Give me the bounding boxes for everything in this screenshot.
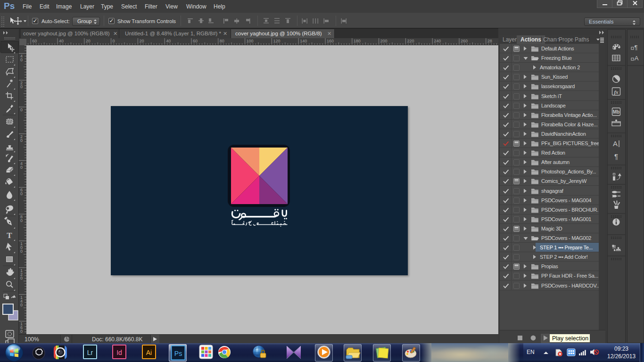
- svg-text:0: 0: [20, 191, 23, 196]
- svg-text:A: A: [635, 55, 639, 62]
- svg-text:0: 0: [20, 107, 23, 112]
- svg-text:T: T: [7, 231, 12, 240]
- svg-text:0: 0: [20, 276, 23, 280]
- svg-text:¶: ¶: [614, 152, 618, 160]
- svg-text:60: 60: [32, 39, 37, 43]
- svg-text:0: 0: [20, 249, 23, 254]
- svg-text:¶: ¶: [635, 44, 638, 51]
- svg-text:100: 100: [247, 39, 254, 43]
- svg-text:20: 20: [139, 39, 144, 43]
- svg-text:20: 20: [86, 39, 91, 43]
- svg-text:0: 0: [20, 84, 23, 89]
- svg-text:Id: Id: [116, 349, 122, 356]
- svg-text:140: 140: [300, 39, 307, 43]
- svg-text:Lr: Lr: [87, 349, 93, 356]
- svg-text:260: 260: [461, 39, 468, 43]
- svg-text:0: 0: [113, 39, 115, 43]
- svg-text:200: 200: [380, 39, 388, 43]
- svg-text:0: 0: [20, 329, 23, 334]
- svg-text:Ai: Ai: [146, 349, 152, 356]
- svg-text:fx: fx: [614, 89, 619, 95]
- svg-text:40: 40: [166, 39, 171, 43]
- svg-text:120: 120: [273, 39, 280, 43]
- svg-text:Ps: Ps: [174, 350, 182, 357]
- svg-text:40: 40: [59, 39, 64, 43]
- svg-text:0: 0: [20, 218, 23, 223]
- svg-text:0: 0: [20, 138, 23, 143]
- svg-text:240: 240: [434, 39, 441, 43]
- svg-text:220: 220: [407, 39, 414, 43]
- svg-text:60: 60: [193, 39, 198, 43]
- svg-text:28: 28: [487, 39, 492, 43]
- svg-text:0: 0: [20, 303, 23, 307]
- svg-text:160: 160: [327, 39, 334, 43]
- svg-text:Mb: Mb: [613, 109, 619, 115]
- svg-text:0: 0: [20, 165, 23, 170]
- svg-text:A: A: [613, 140, 618, 148]
- svg-text:80: 80: [220, 39, 224, 43]
- svg-text:180: 180: [354, 39, 361, 43]
- svg-text:0: 0: [20, 58, 23, 62]
